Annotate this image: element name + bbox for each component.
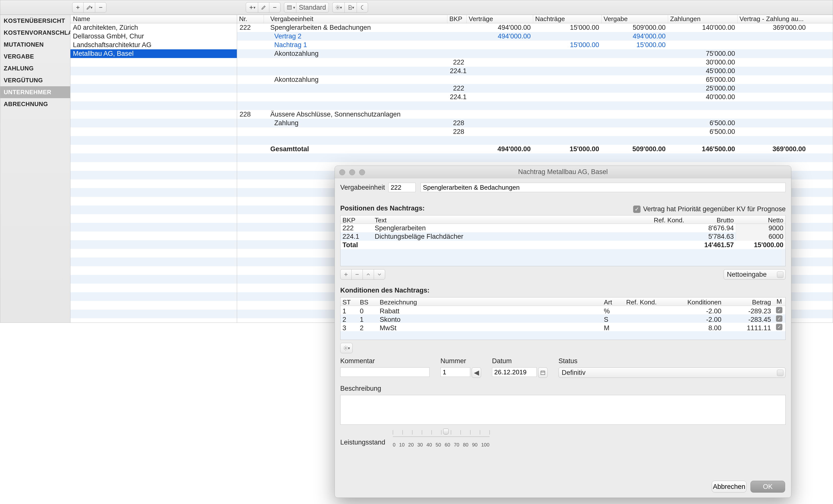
sidebar-item[interactable]: KOSTENVORANSCHLAG	[0, 27, 70, 39]
prev-nachtrag-button[interactable]: ◀	[472, 367, 481, 378]
grid-row[interactable]: 2286'500.00	[237, 127, 833, 136]
vergabeeinheit-label: Vergabeeinheit	[340, 184, 385, 191]
status-label: Status	[558, 357, 786, 365]
night-mode-button[interactable]	[357, 2, 368, 13]
sidebar-item[interactable]: UNTERNEHMER	[0, 86, 70, 98]
minimize-icon[interactable]	[349, 169, 355, 175]
sidebar-item[interactable]: MUTATIONEN	[0, 39, 70, 51]
entity-row[interactable]: Dellarossa GmbH, Chur	[70, 32, 237, 41]
entity-row[interactable]: Landschaftsarchitektur AG	[70, 41, 237, 49]
col-nachtraege[interactable]: Nachträge	[533, 15, 602, 23]
grid-row[interactable]: Gesamttotal494'000.0015'000.00509'000.00…	[237, 145, 833, 153]
position-row[interactable]: Total14'461.5715'000.00	[340, 241, 785, 249]
window-controls[interactable]	[339, 169, 365, 175]
grid-row[interactable]: 22225'000.00	[237, 84, 833, 93]
leistungsstand-label: Leistungsstand	[340, 438, 385, 446]
status-select[interactable]: Definitiv	[558, 367, 786, 378]
position-row[interactable]: 224.1Dichtungsbeläge Flachdächer5'784.63…	[340, 232, 785, 241]
kond-col-konditionen[interactable]: Konditionen	[674, 297, 723, 306]
edit-row-button[interactable]	[258, 2, 269, 13]
view-selector[interactable]: ▾	[284, 2, 296, 13]
condition-row[interactable]: 21SkontoS-2.00-283.45✓	[340, 314, 785, 323]
svg-rect-3	[541, 371, 545, 375]
condition-row[interactable]: 10Rabatt%-2.00-289.23✓	[340, 306, 785, 314]
nummer-input[interactable]	[441, 367, 470, 377]
ok-button[interactable]: OK	[751, 481, 785, 493]
vergabeeinheit-name-input[interactable]	[421, 183, 786, 192]
svg-point-1	[337, 7, 338, 8]
svg-point-2	[345, 347, 347, 349]
grid-row[interactable]: Vertrag 2494'000.00494'000.00	[237, 32, 833, 41]
grid-row[interactable]: 222Spenglerarbeiten & Bedachungen494'000…	[237, 23, 833, 32]
pos-col-netto[interactable]: Netto	[736, 215, 785, 224]
position-up-button[interactable]	[362, 269, 374, 280]
position-remove-button[interactable]	[351, 269, 363, 280]
entity-list-header[interactable]: Name	[70, 15, 237, 23]
kond-col-bs[interactable]: BS	[358, 297, 378, 306]
grid-row[interactable]: Zahlung2286'500.00	[237, 119, 833, 127]
pos-col-brutto[interactable]: Brutto	[686, 215, 736, 224]
sidebar-item[interactable]: ZAHLUNG	[0, 63, 70, 74]
kond-col-refkond[interactable]: Ref. Kond.	[624, 297, 674, 306]
grid-row[interactable]: 224.140'000.00	[237, 93, 833, 101]
col-vergabeeinheit[interactable]: Vergabeeinheit	[264, 15, 447, 23]
sidebar: KOSTENÜBERSICHTKOSTENVORANSCHLAGMUTATION…	[0, 15, 70, 322]
grid-row[interactable]: 224.145'000.00	[237, 67, 833, 75]
cancel-button[interactable]: Abbrechen	[712, 481, 746, 493]
vergabeeinheit-nr-input[interactable]	[388, 183, 415, 192]
condition-row[interactable]: 32MwStM8.001111.11✓	[340, 323, 785, 331]
pos-col-text[interactable]: Text	[373, 215, 637, 224]
entity-row[interactable]: Metallbau AG, Basel	[70, 49, 237, 58]
close-icon[interactable]	[339, 169, 345, 175]
view-label: Standard	[296, 2, 329, 13]
grid-row[interactable]: 228Äussere Abschlüsse, Sonnenschutzanlag…	[237, 110, 833, 119]
kond-col-st[interactable]: ST	[340, 297, 358, 306]
col-vertrag-zahlung[interactable]: Vertrag - Zahlung au...	[738, 15, 808, 23]
kommentar-input[interactable]	[340, 367, 430, 377]
pos-col-bkp[interactable]: BKP	[340, 215, 373, 224]
svg-rect-0	[287, 6, 292, 9]
priority-checkbox[interactable]: ✓	[633, 206, 641, 213]
col-vertraege[interactable]: Verträge	[467, 15, 533, 23]
kond-col-betrag[interactable]: Betrag	[723, 297, 773, 306]
settings-button[interactable]: ▾	[332, 2, 345, 13]
grid-row[interactable]: Nachtrag 115'000.0015'000.00	[237, 41, 833, 49]
kond-col-art[interactable]: Art	[602, 297, 624, 306]
sidebar-item[interactable]: ABRECHNUNG	[0, 98, 70, 110]
conditions-settings-button[interactable]: ▾	[340, 343, 353, 353]
export-button[interactable]: ▾	[344, 2, 357, 13]
sidebar-item[interactable]: VERGABE	[0, 51, 70, 63]
kommentar-label: Kommentar	[340, 357, 430, 365]
sidebar-item[interactable]: KOSTENÜBERSICHT	[0, 15, 70, 27]
remove-row-button[interactable]	[269, 2, 281, 13]
datum-label: Datum	[492, 357, 548, 365]
beschreibung-input[interactable]	[340, 395, 786, 425]
datum-input[interactable]	[492, 367, 537, 377]
kond-col-bezeichnung[interactable]: Bezeichnung	[378, 297, 602, 306]
entity-row[interactable]: A0 architekten, Zürich	[70, 23, 237, 32]
col-bkp[interactable]: BKP	[447, 15, 467, 23]
position-down-button[interactable]	[374, 269, 385, 280]
dialog-titlebar[interactable]: Nachtrag Metallbau AG, Basel	[335, 166, 791, 178]
grid-row[interactable]: Akontozahlung65'000.00	[237, 75, 833, 84]
col-zahlungen[interactable]: Zahlungen	[668, 15, 738, 23]
col-nr[interactable]: Nr.	[237, 15, 264, 23]
leistungsstand-slider[interactable]: 0102030405060708090100	[393, 435, 490, 448]
grid-row[interactable]	[237, 136, 833, 145]
netto-select[interactable]: Nettoeingabe	[724, 269, 786, 280]
sidebar-item[interactable]: VERGÜTUNG	[0, 74, 70, 86]
conditions-title: Konditionen des Nachtrags:	[340, 287, 786, 294]
grid-row[interactable]: Akontozahlung75'000.00	[237, 49, 833, 58]
add-row-button[interactable]: ▾	[246, 2, 258, 13]
positions-title: Positionen des Nachtrags:	[340, 205, 425, 212]
calendar-button[interactable]	[538, 367, 548, 378]
pos-col-refkond[interactable]: Ref. Kond.	[637, 215, 686, 224]
col-vergabe[interactable]: Vergabe	[602, 15, 668, 23]
priority-label: Vertrag hat Priorität gegenüber KV für P…	[643, 205, 786, 213]
position-row[interactable]: 222Spenglerarbeiten8'676.949000	[340, 224, 785, 232]
zoom-icon[interactable]	[359, 169, 365, 175]
position-add-button[interactable]	[340, 269, 352, 280]
grid-row[interactable]	[237, 101, 833, 110]
kond-col-m[interactable]: M	[773, 297, 785, 306]
grid-row[interactable]: 22230'000.00	[237, 58, 833, 67]
